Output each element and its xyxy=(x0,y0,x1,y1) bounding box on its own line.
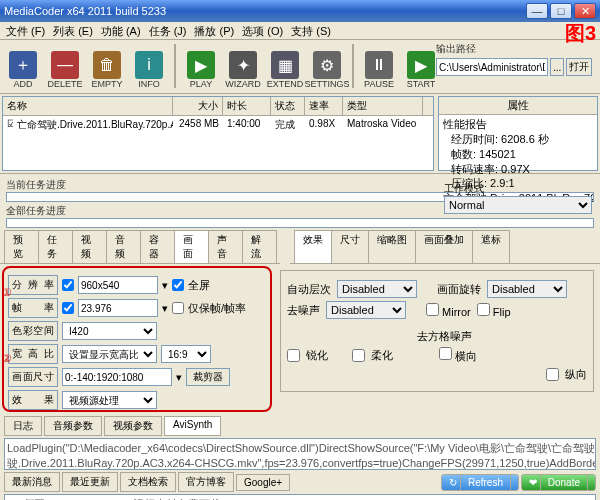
bottab-gplus[interactable]: Google+ xyxy=(236,474,290,491)
resolution-input[interactable] xyxy=(78,276,158,294)
picsize-label: 画面尺寸 xyxy=(8,367,58,387)
aspect-label: 宽高比 xyxy=(8,344,58,364)
col-name[interactable]: 名称 xyxy=(3,97,173,115)
crop-button[interactable]: 裁剪器 xyxy=(186,368,230,386)
tab-overlay[interactable]: 画面叠加 xyxy=(415,230,473,263)
empty-button[interactable]: 🗑EMPTY xyxy=(88,42,126,90)
info-button[interactable]: iINFO xyxy=(130,42,168,90)
effect-panel: 自动层次 Disabled 画面旋转 Disabled 去噪声 Disabled… xyxy=(274,264,600,414)
tab-demux[interactable]: 解流 xyxy=(242,230,277,263)
col-size[interactable]: 大小 xyxy=(173,97,223,115)
logtab-video[interactable]: 视频参数 xyxy=(104,416,162,436)
picsize-input[interactable] xyxy=(62,368,172,386)
refresh-button[interactable]: ↻ Refresh xyxy=(441,474,519,491)
bottab-blog[interactable]: 官方博客 xyxy=(178,472,234,492)
menu-play[interactable]: 播放 (P) xyxy=(194,24,234,37)
mirror-check[interactable] xyxy=(426,303,439,316)
colorspace-select[interactable]: I420 xyxy=(62,322,157,340)
bottab-docs[interactable]: 文档检索 xyxy=(120,472,176,492)
fps-label: 帧率 xyxy=(8,298,58,318)
file-row[interactable]: ☑ 亡命驾驶.Drive.2011.BluRay.720p.AC3… 2458 … xyxy=(3,116,433,134)
h-check[interactable] xyxy=(439,347,452,360)
aspect-value-select[interactable]: 16:9 xyxy=(161,345,211,363)
resolution-check[interactable] xyxy=(62,279,74,291)
logtab-log[interactable]: 日志 xyxy=(4,416,42,436)
pause-button[interactable]: ⏸PAUSE xyxy=(360,42,398,90)
fps-check[interactable] xyxy=(62,302,74,314)
play-icon: ▶ xyxy=(187,51,215,79)
bottab-update[interactable]: 最近更新 xyxy=(62,472,118,492)
tab-picture[interactable]: 画面 xyxy=(174,230,209,263)
tab-thumb[interactable]: 缩略图 xyxy=(368,230,416,263)
tab-container[interactable]: 容器 xyxy=(140,230,175,263)
autolayer-select[interactable]: Disabled xyxy=(337,280,417,298)
tab-task[interactable]: 任务 xyxy=(38,230,73,263)
dropdown-icon[interactable]: ▾ xyxy=(162,279,168,292)
delete-button[interactable]: —DELETE xyxy=(46,42,84,90)
logtab-audio[interactable]: 音频参数 xyxy=(44,416,102,436)
tab-preview[interactable]: 预览 xyxy=(4,230,39,263)
add-button[interactable]: ＋ADD xyxy=(4,42,42,90)
tab-size[interactable]: 尺寸 xyxy=(331,230,369,263)
col-type[interactable]: 类型 xyxy=(343,97,423,115)
fullscreen-check[interactable] xyxy=(172,279,184,291)
soft-check[interactable] xyxy=(352,349,365,362)
info-icon: i xyxy=(135,51,163,79)
menu-options[interactable]: 选项 (O) xyxy=(242,24,283,37)
donate-button[interactable]: ❤ Donate xyxy=(521,474,596,491)
titlebar: MediaCoder x64 2011 build 5233 — □ ✕ xyxy=(0,0,600,22)
tab-effect[interactable]: 效果 xyxy=(294,230,332,263)
bottab-news[interactable]: 最新消息 xyxy=(4,472,60,492)
minimize-button[interactable]: — xyxy=(526,3,548,19)
file-list[interactable]: 名称 大小 时长 状态 速率 类型 ☑ 亡命驾驶.Drive.2011.BluR… xyxy=(2,96,434,171)
tab-sound[interactable]: 声音 xyxy=(208,230,243,263)
stats-title: 属性 xyxy=(439,97,597,115)
effect-select[interactable]: 视频源处理 xyxy=(62,391,157,409)
fps-input[interactable] xyxy=(78,299,158,317)
open-button[interactable]: 打开 xyxy=(566,58,592,76)
wizard-button[interactable]: ✦WIZARD xyxy=(224,42,262,90)
menu-task[interactable]: 任务 (J) xyxy=(149,24,187,37)
col-stat[interactable]: 状态 xyxy=(271,97,305,115)
log-tabs: 日志 音频参数 视频参数 AviSynth xyxy=(0,414,600,438)
extend-icon: ▦ xyxy=(271,51,299,79)
close-button[interactable]: ✕ xyxy=(574,3,596,19)
menu-list[interactable]: 列表 (E) xyxy=(53,24,93,37)
flip-check[interactable] xyxy=(477,303,490,316)
pause-icon: ⏸ xyxy=(365,51,393,79)
menu-func[interactable]: 功能 (A) xyxy=(101,24,141,37)
fpsonly-check[interactable] xyxy=(172,302,184,314)
v-check[interactable] xyxy=(546,368,559,381)
tab-audio[interactable]: 音频 xyxy=(106,230,141,263)
tab-mask[interactable]: 遮标 xyxy=(472,230,510,263)
logtab-avisynth[interactable]: AviSynth xyxy=(164,416,221,436)
maximize-button[interactable]: □ xyxy=(550,3,572,19)
menu-bar: 文件 (F) 列表 (E) 功能 (A) 任务 (J) 播放 (P) 选项 (O… xyxy=(0,22,600,40)
tab-video[interactable]: 视频 xyxy=(72,230,107,263)
marker-1: ① xyxy=(2,286,12,299)
wizard-icon: ✦ xyxy=(229,51,257,79)
trash-icon: 🗑 xyxy=(93,51,121,79)
col-dur[interactable]: 时长 xyxy=(223,97,271,115)
denoise-select[interactable]: Disabled xyxy=(326,301,406,319)
start-icon: ▶ xyxy=(407,51,435,79)
output-path-input[interactable] xyxy=(436,58,548,76)
col-rate[interactable]: 速率 xyxy=(305,97,343,115)
workmode-select[interactable]: Normal xyxy=(444,196,592,214)
settings-button[interactable]: ⚙SETTINGS xyxy=(308,42,346,90)
effect-label: 效果 xyxy=(8,390,58,410)
rotate-select[interactable]: Disabled xyxy=(487,280,567,298)
plus-icon: ＋ xyxy=(9,51,37,79)
news-body: [VJ师网] www.vjshi.com - 视频素材免费下载 [04-24] … xyxy=(4,494,596,500)
sharpen-check[interactable] xyxy=(287,349,300,362)
play-button[interactable]: ▶PLAY xyxy=(182,42,220,90)
browse-button[interactable]: ... xyxy=(550,58,564,76)
menu-help[interactable]: 支持 (S) xyxy=(291,24,331,37)
menu-file[interactable]: 文件 (F) xyxy=(6,24,45,37)
output-path-label: 输出路径 xyxy=(436,42,596,56)
log-body[interactable]: LoadPlugin("D:\Mediacoder_x64\codecs\Dir… xyxy=(4,438,596,470)
start-button[interactable]: ▶START xyxy=(402,42,440,90)
aspect-mode-select[interactable]: 设置显示宽高比 xyxy=(62,345,157,363)
extend-button[interactable]: ▦EXTEND xyxy=(266,42,304,90)
minus-icon: — xyxy=(51,51,79,79)
